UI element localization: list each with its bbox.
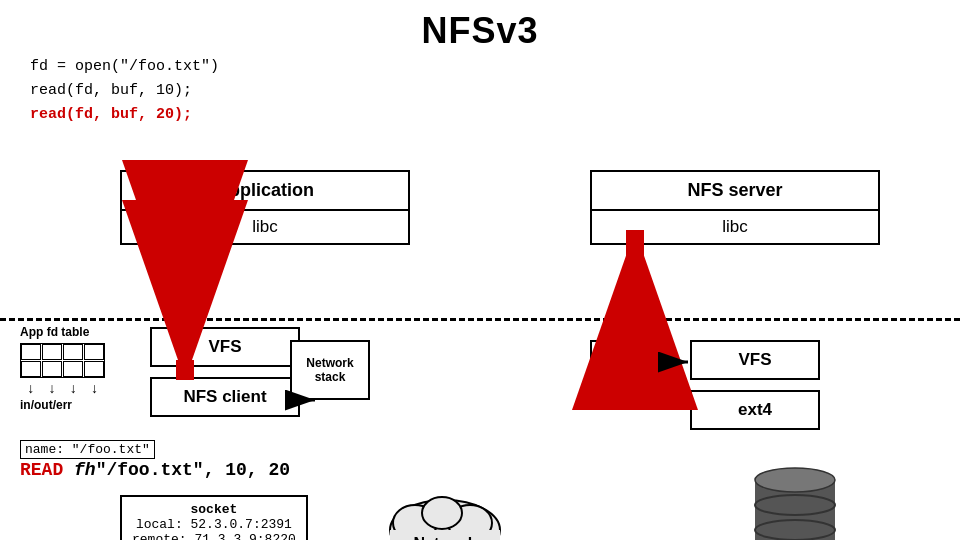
fd-cell (21, 361, 41, 377)
diagram: Application libc App fd table ↓↓↓↓ in/ou… (0, 155, 960, 540)
server-ext4-label: ext4 (738, 400, 772, 419)
socket-remote: remote: 71.3.3.9:8220 (132, 532, 296, 540)
code-block: fd = open("/foo.txt") read(fd, buf, 10);… (30, 55, 219, 127)
read-word: READ (20, 460, 74, 480)
name-label: name: "/foo.txt" (20, 440, 155, 459)
client-libc-label: libc (122, 211, 408, 243)
network-stack-server-label: Net­workstack (606, 356, 653, 384)
client-box: Application libc (120, 170, 410, 245)
network-stack-client-label: Networkstack (306, 356, 353, 384)
fd-table-label: App fd table (20, 325, 105, 339)
fd-cell (63, 344, 83, 360)
server-libc-label: libc (592, 211, 878, 243)
server-vfs-box: VFS (690, 340, 820, 380)
fd-cell (21, 344, 41, 360)
network-stack-server: Net­workstack (590, 340, 670, 400)
code-line-2: read(fd, buf, 10); (30, 79, 219, 103)
server-ext4-box: ext4 (690, 390, 820, 430)
fd-cell (42, 344, 62, 360)
fd-arrows: ↓↓↓↓ (20, 378, 105, 396)
fd-cell (42, 361, 62, 377)
socket-label: socket (132, 502, 296, 517)
client-app-label: Application (122, 172, 408, 211)
fd-cell (84, 344, 104, 360)
read-command: READ fh"/foo.txt", 10, 20 (20, 460, 290, 480)
fd-table: App fd table ↓↓↓↓ in/out/err (20, 325, 105, 412)
fd-cell (63, 361, 83, 377)
svg-point-6 (755, 468, 835, 492)
read-suffix: "/foo.txt", 10, 20 (96, 460, 290, 480)
server-vfs-label: VFS (738, 350, 771, 369)
client-vfs-box: VFS (150, 327, 300, 367)
socket-local: local: 52.3.0.7:2391 (132, 517, 296, 532)
nfs-client-box: NFS client (150, 377, 300, 417)
code-line-1: fd = open("/foo.txt") (30, 55, 219, 79)
network-stack-client: Networkstack (290, 340, 370, 400)
server-box: NFS server libc (590, 170, 880, 245)
fd-grid (20, 343, 105, 378)
nfs-client-label: NFS client (183, 387, 266, 406)
page-title: NFSv3 (0, 0, 960, 52)
client-vfs-label: VFS (208, 337, 241, 356)
fd-cell (84, 361, 104, 377)
local-storage-cylinder (740, 460, 850, 540)
dashed-separator (0, 318, 960, 321)
code-line-3: read(fd, buf, 20); (30, 103, 219, 127)
network-cloud (380, 485, 510, 540)
fh-part: fh (74, 460, 96, 480)
in-out-err-label: in/out/err (20, 398, 105, 412)
svg-point-3 (422, 497, 462, 529)
socket-box: socket local: 52.3.0.7:2391 remote: 71.3… (120, 495, 308, 540)
server-app-label: NFS server (592, 172, 878, 211)
network-label: Network (395, 535, 495, 540)
